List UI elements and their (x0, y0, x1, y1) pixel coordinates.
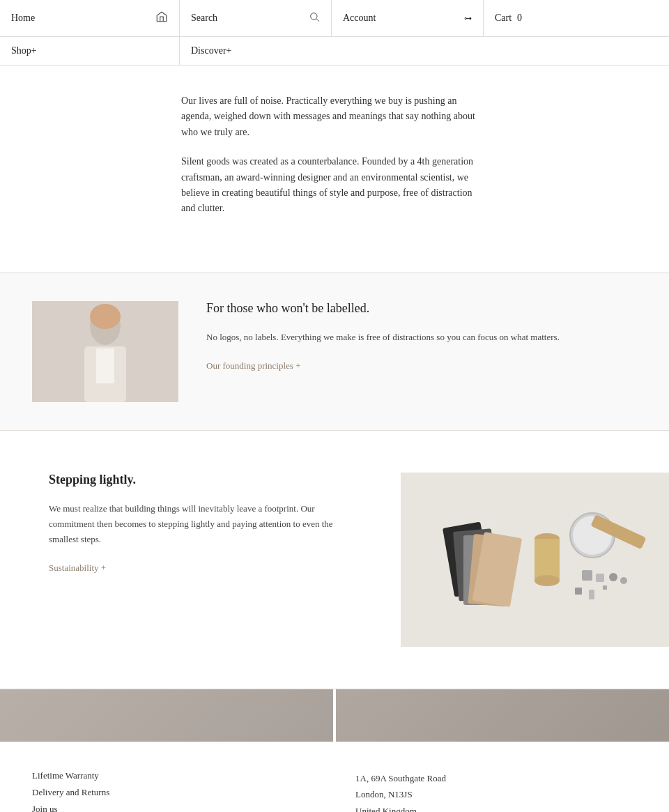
labelled-text: No logos, no labels. Everything we make … (206, 330, 637, 345)
nav-account[interactable]: Account ⊶ (332, 0, 484, 36)
stepping-content: Stepping lightly. We must realize that b… (0, 473, 401, 647)
address-line3: United Kingdom (355, 803, 637, 812)
search-label: Search (191, 13, 217, 24)
filter-icon: ⊶ (464, 14, 472, 23)
footer-link-warranty[interactable]: Lifetime Warranty (32, 770, 314, 781)
gray-blocks (0, 689, 669, 742)
home-label: Home (11, 13, 35, 24)
gray-block-left (0, 689, 333, 742)
intro-paragraph1: Our lives are full of noise. Practically… (181, 93, 488, 140)
nav-shop[interactable]: Shop+ (0, 37, 180, 65)
shop-label: Shop+ (11, 45, 37, 56)
svg-line-1 (316, 19, 319, 22)
svg-rect-25 (603, 585, 607, 590)
intro-paragraph2: Silent goods was created as a counterbal… (181, 154, 488, 217)
svg-rect-14 (535, 539, 560, 581)
nav-home[interactable]: Home (0, 0, 180, 36)
footer-address: 1A, 69A Southgate Road London, N13JS Uni… (355, 770, 637, 812)
footer: Lifetime Warranty Delivery and Returns J… (0, 742, 669, 812)
discover-label: Discover+ (191, 45, 231, 56)
footer-links: Lifetime Warranty Delivery and Returns J… (32, 770, 314, 812)
nav-row2: Shop+ Discover+ (0, 37, 669, 66)
svg-rect-23 (575, 588, 582, 595)
footer-link-join[interactable]: Join us (32, 804, 314, 812)
address-line2: London, N13JS (355, 786, 637, 802)
svg-point-21 (609, 573, 617, 581)
nav-row1: Home Search Account ⊶ Cart 0 (0, 0, 669, 37)
stepping-image (401, 473, 669, 647)
stepping-title: Stepping lightly. (49, 473, 359, 487)
svg-point-5 (90, 304, 121, 329)
search-icon (309, 11, 320, 25)
address-line1: 1A, 69A Southgate Road (355, 770, 637, 786)
gray-block-right (336, 689, 669, 742)
labelled-image (32, 301, 178, 402)
svg-point-0 (311, 13, 317, 20)
home-icon (155, 10, 168, 26)
svg-point-15 (535, 575, 560, 586)
cart-label: Cart (495, 13, 512, 24)
labelled-content: For those who won't be labelled. No logo… (206, 301, 637, 402)
account-label: Account (343, 13, 376, 24)
cart-count: 0 (517, 13, 522, 24)
svg-rect-19 (582, 570, 592, 581)
svg-rect-24 (589, 590, 594, 599)
footer-link-delivery[interactable]: Delivery and Returns (32, 787, 314, 798)
svg-rect-20 (596, 574, 604, 582)
nav-cart[interactable]: Cart 0 (484, 0, 533, 36)
nav-search[interactable]: Search (180, 0, 332, 36)
stepping-section: Stepping lightly. We must realize that b… (0, 431, 669, 689)
svg-rect-6 (96, 348, 114, 383)
labelled-section: For those who won't be labelled. No logo… (0, 273, 669, 430)
stepping-text: We must realize that building things wil… (49, 501, 359, 547)
svg-point-22 (620, 577, 627, 584)
labelled-title: For those who won't be labelled. (206, 301, 637, 316)
founding-principles-link[interactable]: Our founding principles + (206, 360, 301, 371)
nav-discover[interactable]: Discover+ (180, 37, 243, 65)
sustainability-link[interactable]: Sustainability + (49, 562, 106, 573)
intro-section: Our lives are full of noise. Practically… (0, 66, 669, 273)
